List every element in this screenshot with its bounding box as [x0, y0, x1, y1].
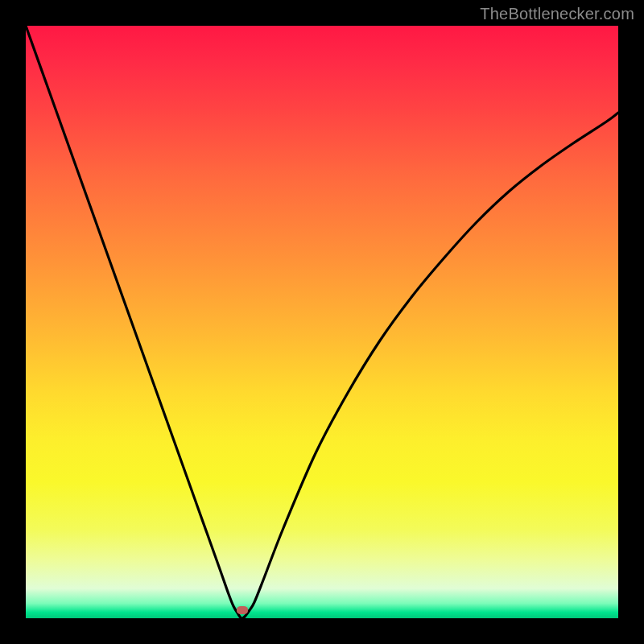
bottleneck-curve [26, 26, 618, 618]
chart-frame: TheBottlenecker.com [0, 0, 644, 644]
plot-area [26, 26, 618, 618]
bottleneck-marker [237, 606, 248, 614]
watermark-text: TheBottlenecker.com [480, 5, 634, 23]
